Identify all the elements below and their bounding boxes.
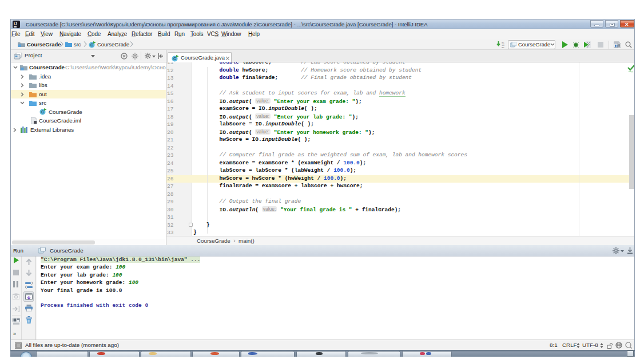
svg-text:C: C (90, 43, 93, 47)
svg-text:01: 01 (502, 46, 504, 48)
svg-text:C: C (173, 57, 176, 61)
svg-text:C: C (41, 110, 44, 114)
